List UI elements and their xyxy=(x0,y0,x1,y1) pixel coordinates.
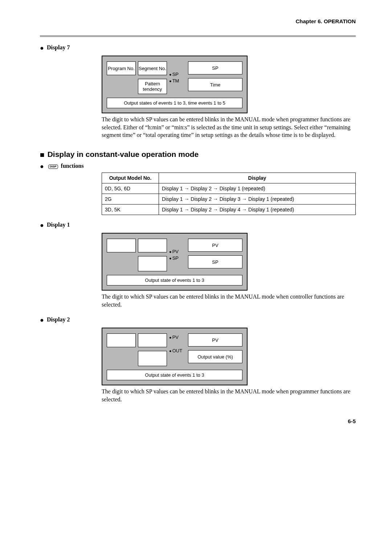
top-divider xyxy=(40,35,356,37)
bullet-icon: ● xyxy=(40,163,44,170)
display1-block: ●PV ●SP PV SP Output state of events 1 t… xyxy=(102,233,356,308)
indicator-col: ●SP ●TM xyxy=(169,61,186,94)
section-label: Display in constant-value operation mode xyxy=(48,150,199,158)
empty-box xyxy=(138,333,167,347)
cell-display: Display 1 → Display 2 → Display 3 → Disp… xyxy=(159,194,356,204)
display1-panel: ●PV ●SP PV SP Output state of events 1 t… xyxy=(102,233,248,291)
output-value-box: Output value (%) xyxy=(188,350,242,363)
sp-box: SP xyxy=(188,255,242,268)
page-number: 6-5 xyxy=(40,418,356,424)
display2-bottom: Output state of events 1 to 3 xyxy=(107,370,242,380)
pv-box: PV xyxy=(188,333,242,347)
functions-table-wrap: Output Model No. Display 0D, 5G, 6D Disp… xyxy=(102,173,356,215)
bullet-icon: ● xyxy=(40,222,44,229)
functions-table: Output Model No. Display 0D, 5G, 6D Disp… xyxy=(102,173,356,215)
tm-indicator: TM xyxy=(172,78,179,84)
display7-label: Display 7 xyxy=(47,44,70,50)
display7-block: Program No. Segment No. Pattern tendency… xyxy=(102,56,356,139)
program-no-box: Program No. xyxy=(107,61,136,75)
cell-model: 0D, 5G, 6D xyxy=(102,183,159,194)
empty-box xyxy=(107,333,136,347)
section-heading: ■Display in constant-value operation mod… xyxy=(40,150,356,159)
cell-display: Display 1 → Display 2 → Display 1 (repea… xyxy=(159,183,356,194)
empty-box xyxy=(138,239,167,252)
indicator-col: ●PV ●SP xyxy=(169,239,186,271)
display2-heading: ●Display 2 xyxy=(40,316,356,324)
disp-key-icon: DISP xyxy=(48,165,58,169)
pv-indicator: PV xyxy=(172,335,179,340)
display1-bottom: Output state of events 1 to 3 xyxy=(107,275,242,285)
table-row: 0D, 5G, 6D Display 1 → Display 2 → Displ… xyxy=(102,183,356,194)
cell-model: 3D, 5K xyxy=(102,204,159,215)
square-icon: ■ xyxy=(40,150,45,159)
display2-block: ●PV ●OUT PV Output value (%) Output stat… xyxy=(102,328,356,403)
display2-paragraph: The digit to which SP values can be ente… xyxy=(102,388,356,403)
display7-bottom: Output states of events 1 to 3, time eve… xyxy=(107,98,242,108)
functions-label: functions xyxy=(61,163,84,169)
display2-panel: ●PV ●OUT PV Output value (%) Output stat… xyxy=(102,328,248,385)
pv-indicator: PV xyxy=(172,249,179,254)
segment-no-box: Segment No. xyxy=(138,61,167,75)
display1-label: Display 1 xyxy=(47,222,70,228)
cell-model: 2G xyxy=(102,194,159,204)
display7-heading: ●Display 7 xyxy=(40,44,356,52)
bullet-icon: ● xyxy=(40,44,44,52)
chapter-header: Chapter 6. OPERATION xyxy=(40,18,356,24)
functions-heading: ● DISP functions xyxy=(40,163,356,170)
indicator-col: ●PV ●OUT xyxy=(169,333,186,366)
table-header-model: Output Model No. xyxy=(102,173,159,183)
table-row: 3D, 5K Display 1 → Display 2 → Display 4… xyxy=(102,204,356,215)
table-row: 2G Display 1 → Display 2 → Display 3 → D… xyxy=(102,194,356,204)
display1-heading: ●Display 1 xyxy=(40,222,356,229)
display7-panel: Program No. Segment No. Pattern tendency… xyxy=(102,56,248,113)
sp-box: SP xyxy=(188,61,242,74)
bullet-icon: ● xyxy=(40,316,44,324)
empty-box xyxy=(138,256,167,271)
time-box: Time xyxy=(188,78,242,91)
empty-box xyxy=(107,239,136,252)
display2-label: Display 2 xyxy=(47,317,70,323)
display7-paragraph: The digit to which SP values can be ente… xyxy=(102,116,356,139)
empty-box xyxy=(138,351,167,366)
table-header-display: Display xyxy=(159,173,356,183)
pv-box: PV xyxy=(188,239,242,252)
display1-paragraph: The digit to which SP values can be ente… xyxy=(102,293,356,308)
cell-display: Display 1 → Display 2 → Display 4 → Disp… xyxy=(159,204,356,215)
sp-indicator: SP xyxy=(172,72,179,77)
out-indicator: OUT xyxy=(172,348,182,353)
sp-indicator: SP xyxy=(172,255,179,261)
pattern-box: Pattern tendency xyxy=(138,79,167,94)
